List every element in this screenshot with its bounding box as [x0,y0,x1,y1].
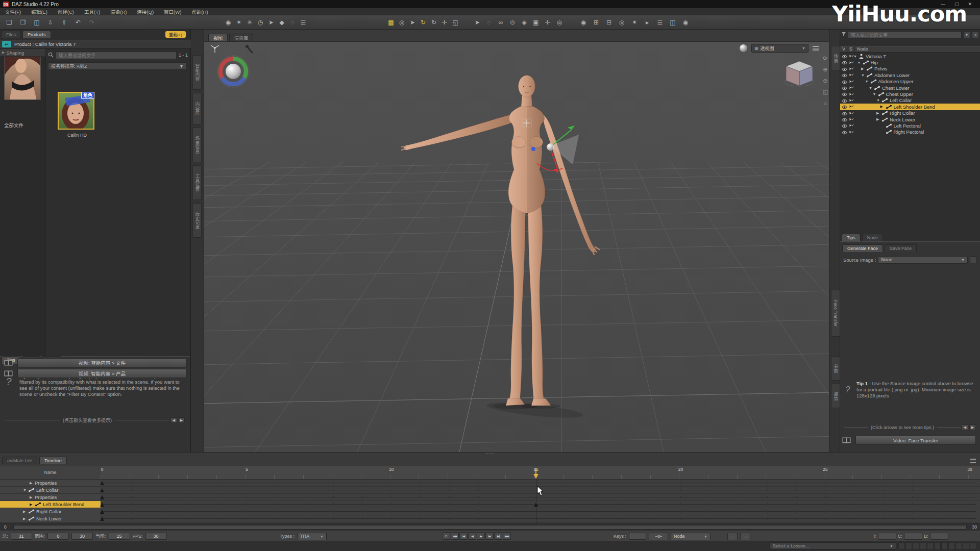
selectable-cursor-icon[interactable]: ➤✓ [849,61,854,65]
open-file-icon[interactable]: ❐ [18,17,28,28]
content-search-input[interactable]: 输入要过滤的文字 [56,52,177,59]
visibility-eye-icon[interactable] [842,130,847,136]
content-panel-tab[interactable]: Products [22,31,51,38]
expander-icon[interactable]: ▶ [23,517,27,521]
expander-icon[interactable]: ▶ [30,495,33,499]
menu-item[interactable]: 帮助(H) [191,8,208,15]
link-tool-icon[interactable]: ∞ [496,17,506,28]
selectable-cursor-icon[interactable]: ➤✓ [849,92,854,96]
previous-frame-button[interactable]: ◀ [468,532,476,540]
keyframe-marker[interactable] [100,488,104,492]
scene-node-row[interactable]: ➤✓ ▶ Left Shoulder Bend [840,104,980,110]
bottom-toolbar-button[interactable] [920,542,926,549]
create-null-icon[interactable]: ◌ [287,17,298,28]
frame-icon[interactable]: ◱ [823,89,828,95]
scene-node-row[interactable]: ➤✓ ▼ Chest Lower [840,85,980,91]
timeline-track-row[interactable]: ▶ Left Shoulder Bend [0,501,980,508]
browse-button[interactable]: … [970,256,977,263]
ik-tool-icon[interactable]: ◈ [519,17,529,28]
scene-lower-tab[interactable]: Node [862,234,884,241]
all-files-label[interactable]: 全部文件 [4,121,23,129]
visibility-eye-icon[interactable] [842,60,847,66]
view-option-icon-8[interactable]: ◫ [668,17,678,28]
view-option-icon-2[interactable]: ⊞ [591,17,601,28]
next-tip-button[interactable]: ▶ [178,417,185,423]
dock-tab[interactable]: 参数 [831,356,840,381]
product-thumbnail[interactable] [4,52,41,100]
previous-key-button[interactable]: |◀ [459,532,468,540]
create-spotlight-icon[interactable]: ➤ [266,17,276,28]
view-option-icon-9[interactable]: ◉ [680,17,691,28]
menu-item[interactable]: 窗口(W) [164,8,181,15]
orbit-tool-icon[interactable]: ◎ [397,17,407,28]
zoom-out-icon[interactable]: ⊖ [823,78,828,84]
scene-lower-tab[interactable]: Tips [842,234,861,241]
expander-icon[interactable]: ▶ [861,67,865,71]
keyframe-marker[interactable] [100,503,104,507]
translate-tool-icon[interactable]: ✛ [439,17,450,28]
scene-node-row[interactable]: ➤✓ ▶ Right Collar [840,110,980,116]
t-field[interactable] [878,533,896,540]
view-option-icon-7[interactable]: ☰ [655,17,665,28]
bottom-toolbar-button[interactable] [927,542,934,549]
keyframe-marker[interactable] [100,510,104,514]
menu-item[interactable]: 渲染(R) [110,8,127,15]
video-face-transfer-button[interactable]: Video: Face Transfer [855,436,976,445]
scene-node-row[interactable]: ➤✓ ▼ Chest Upper [840,91,980,97]
c-field[interactable] [904,533,922,540]
bottom-toolbar-button[interactable] [898,542,905,549]
selectable-cursor-icon[interactable]: ➤✓ [849,105,854,109]
selectable-cursor-icon[interactable]: ➤✓ [849,86,854,90]
menu-item[interactable]: 文件(F) [5,8,21,15]
visibility-eye-icon[interactable] [842,105,847,110]
visibility-eye-icon[interactable] [842,73,847,79]
dock-tab[interactable]: 智能内容 [192,55,202,90]
visibility-eye-icon[interactable] [842,92,847,97]
expander-icon[interactable]: ▼ [857,61,861,64]
rotate-tool-icon[interactable]: ↻ [429,17,439,28]
go-to-end-button[interactable]: ▶▶| [503,532,511,540]
keyframe-marker[interactable] [100,517,104,521]
source-image-dropdown[interactable]: None▼ [878,256,968,264]
selectable-cursor-icon[interactable]: ➤✓ [849,54,854,58]
total-frames-field[interactable]: 31 [11,533,32,540]
loop-button[interactable]: ⟳ [442,532,450,540]
bottom-toolbar-button[interactable] [948,542,955,549]
timeline-ruler[interactable]: 051015202530 [101,466,980,480]
expander-icon[interactable]: ▼ [865,80,869,83]
create-group-icon[interactable]: ☰ [298,17,308,28]
node-select-tool-icon[interactable]: ➤ [407,17,418,28]
timeline-track-row[interactable]: ▶ Properties [0,480,980,487]
viewport-tab[interactable]: 渲染库 [229,34,253,41]
dock-tab[interactable]: 历史记录 [192,203,202,238]
import-icon[interactable]: ⇩ [45,17,56,28]
create-point-light-icon[interactable]: ✳ [244,17,255,28]
view-option-icon-4[interactable]: ◎ [617,17,627,28]
dock-tab[interactable]: 内容库 [192,93,202,124]
visibility-eye-icon[interactable] [842,54,847,60]
bottom-toolbar-button[interactable] [963,542,969,549]
expander-icon[interactable]: ▼ [869,86,872,90]
timeline-track-row[interactable]: ▶ Right Collar [0,508,980,515]
visibility-eye-icon[interactable] [842,111,847,117]
current-frame-field[interactable]: 15 [109,533,130,540]
go-to-start-button[interactable]: |◀◀ [451,532,459,540]
bottom-toolbar-button[interactable] [941,542,948,549]
visibility-eye-icon[interactable] [842,67,847,72]
selectable-cursor-icon[interactable]: ➤✓ [849,80,854,84]
view-option-icon-5[interactable]: ✶ [629,17,640,28]
asset-thumbnail-cailin-hd[interactable]: 角色 [58,92,94,130]
scale-tool-icon[interactable]: ◱ [450,17,460,28]
selectable-cursor-icon[interactable]: ➤✓ [849,111,854,115]
keyframe-track[interactable] [101,515,980,522]
create-distant-light-icon[interactable]: ✶ [234,17,244,28]
scene-menu-icon[interactable]: ≡ [972,31,979,38]
view-option-icon-1[interactable]: ◉ [578,17,589,28]
expander-icon[interactable]: ▼ [853,55,857,58]
scene-node-row[interactable]: ➤✓ ▼ Victoria 7 [840,53,980,59]
selectable-cursor-icon[interactable]: ➤✓ [849,123,854,128]
face-transfer-tab[interactable]: Generate Face [842,244,883,252]
timeline-tab[interactable]: Timeline [39,457,67,464]
universal-tool-icon[interactable]: ✛ [543,17,553,28]
selectable-cursor-icon[interactable]: ➤✓ [849,73,854,77]
